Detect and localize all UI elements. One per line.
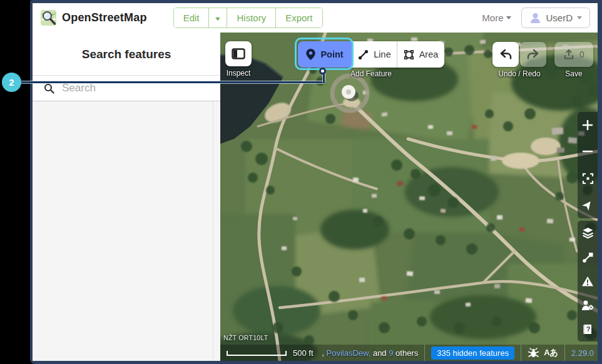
osm-brand[interactable]: OpenStreetMap <box>40 9 147 26</box>
annotation-anchor-dot <box>319 68 326 74</box>
map-data-icon <box>582 251 594 263</box>
svg-text:?: ? <box>586 325 590 333</box>
attribution-user-link[interactable]: PovilasDew, <box>326 348 370 358</box>
attribution-text: and <box>370 348 389 358</box>
map-panels-group: ? <box>578 221 598 341</box>
add-feature-group: Point Line <box>298 41 444 68</box>
user-avatar-icon <box>529 12 541 24</box>
search-results-panel <box>33 101 220 361</box>
annotation-step-badge: 2 <box>2 73 21 92</box>
save-label: Save <box>554 69 593 78</box>
scale-bar <box>227 351 287 356</box>
sidebar-title: Search features <box>33 33 220 76</box>
translate-icon[interactable]: Aあ <box>544 347 558 358</box>
divider <box>424 345 425 361</box>
help-button[interactable]: ? <box>578 323 598 335</box>
user-settings-icon <box>581 300 594 311</box>
undo-icon <box>499 49 512 60</box>
map-data-button[interactable] <box>578 251 598 263</box>
screenshot-stage: OpenStreetMap Edit History Export More <box>0 0 602 364</box>
zoom-out-button[interactable] <box>578 146 598 157</box>
annotation-connector-line <box>19 81 324 83</box>
version-link[interactable]: 2.29.0 <box>571 348 594 358</box>
divider <box>564 345 565 361</box>
minus-icon <box>582 146 593 157</box>
navbar-right: More UserD <box>482 8 590 28</box>
edit-attribution: , PovilasDew, and 9 others <box>322 348 418 358</box>
map-footer-bar: 500 ft , PovilasDew, and 9 others 335 hi… <box>220 345 598 361</box>
undo-button[interactable] <box>492 42 519 67</box>
osm-window: OpenStreetMap Edit History Export More <box>30 0 602 364</box>
area-label: Area <box>419 49 439 59</box>
scrollbar-gutter <box>213 101 213 361</box>
line-label: Line <box>374 49 390 59</box>
navigation-arrow-icon <box>582 200 593 211</box>
help-book-icon: ? <box>583 323 593 335</box>
top-navbar: OpenStreetMap Edit History Export More <box>33 3 598 33</box>
imagery-attribution: NŽT ORT10LT <box>223 334 268 341</box>
backgrounds-button[interactable] <box>578 227 598 239</box>
save-upload-icon <box>563 49 574 60</box>
inspect-label: Inspect <box>220 69 257 78</box>
search-icon <box>44 83 54 94</box>
zoom-control-group <box>578 112 598 218</box>
warning-icon <box>581 276 594 287</box>
osm-logo-icon <box>40 9 57 26</box>
more-label: More <box>482 13 503 23</box>
layers-icon <box>582 227 594 239</box>
search-input[interactable] <box>62 82 220 94</box>
zoom-in-button[interactable] <box>578 119 598 131</box>
add-line-button[interactable]: Line <box>352 41 397 68</box>
save-button[interactable]: 0 <box>554 42 593 67</box>
issues-button[interactable] <box>578 276 598 287</box>
area-icon <box>404 49 414 60</box>
attribution-text: others <box>393 348 418 358</box>
brand-title: OpenStreetMap <box>62 11 147 24</box>
chevron-down-icon <box>577 16 582 19</box>
edit-button[interactable]: Edit <box>174 8 209 28</box>
footer-icons: Aあ <box>528 347 558 358</box>
add-area-button[interactable]: Area <box>397 41 444 68</box>
nav-button-group: Edit History Export <box>173 8 323 28</box>
chevron-down-icon <box>506 16 511 19</box>
zoom-to-selection-button[interactable] <box>578 173 598 185</box>
export-button[interactable]: Export <box>275 8 322 28</box>
save-count: 0 <box>579 49 584 59</box>
redo-button[interactable] <box>520 42 546 67</box>
inspect-button[interactable] <box>225 41 252 66</box>
edit-dropdown-button[interactable] <box>208 8 227 28</box>
search-field-row <box>33 76 220 101</box>
divider <box>521 345 521 361</box>
preferences-button[interactable] <box>578 300 598 311</box>
point-label: Point <box>320 49 343 59</box>
undo-redo-label: Undo / Redo <box>483 69 556 78</box>
point-pin-icon <box>306 49 315 60</box>
geolocate-button[interactable] <box>578 200 598 211</box>
line-icon <box>358 49 369 60</box>
user-menu-button[interactable]: UserD <box>521 8 590 28</box>
bug-report-icon[interactable] <box>528 348 539 358</box>
more-menu-button[interactable]: More <box>482 13 511 23</box>
hidden-features-badge[interactable]: 335 hidden features <box>431 346 514 360</box>
history-button[interactable]: History <box>227 8 275 28</box>
frame-dot-icon <box>582 173 594 185</box>
add-point-button[interactable]: Point <box>298 41 352 68</box>
plus-icon <box>582 119 593 131</box>
redo-icon <box>527 49 539 60</box>
scale-indicator: 500 ft <box>227 348 314 358</box>
scale-label: 500 ft <box>293 348 314 358</box>
user-label: UserD <box>546 13 573 23</box>
chevron-down-icon <box>215 18 220 21</box>
inspect-icon <box>232 48 245 59</box>
